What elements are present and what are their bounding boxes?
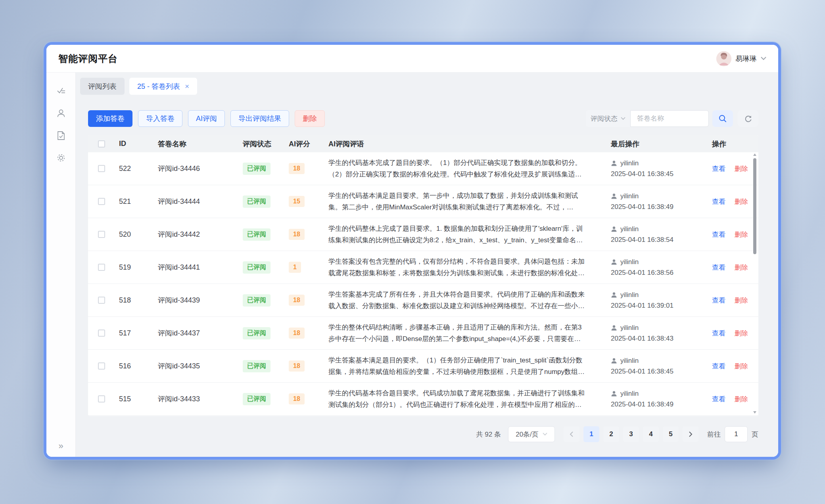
scroll-up-icon[interactable] (753, 153, 756, 156)
app-window: 智能评阅平台 易琳琳 (46, 45, 778, 457)
row-operator: yilinlin (620, 357, 639, 365)
view-link[interactable]: 查看 (712, 264, 725, 271)
score-badge: 18 (289, 328, 305, 339)
view-link[interactable]: 查看 (712, 330, 725, 337)
user-menu[interactable]: 易琳琳 (716, 51, 766, 66)
row-name: 评阅id-34437 (158, 328, 243, 338)
row-comment: 学生答案基本满足题目的要求。（1）任务部分正确使用了`train_test_sp… (328, 355, 587, 378)
col-header-score: AI评分 (289, 139, 328, 149)
score-badge: 18 (289, 229, 305, 240)
sidebar-item-papers-document-check-icon[interactable] (56, 130, 66, 141)
import-answer-button[interactable]: 导入答卷 (138, 110, 182, 127)
status-badge: 已评阅 (243, 393, 271, 405)
table-row: 515 评阅id-34433 已评阅 18 学生的代码基本符合题目要求。代码成功… (88, 383, 758, 416)
search-button[interactable] (712, 110, 733, 127)
refresh-button[interactable] (738, 110, 758, 127)
row-name: 评阅id-34441 (158, 263, 243, 272)
prev-page-button[interactable] (564, 426, 579, 442)
sidebar-item-settings-gear-icon[interactable] (56, 153, 66, 163)
page-size-select[interactable]: 20条/页 (508, 426, 555, 442)
view-link[interactable]: 查看 (712, 231, 725, 238)
page-button-2[interactable]: 2 (603, 426, 619, 442)
sidebar-item-review-checklist-icon[interactable] (56, 86, 66, 96)
ai-review-button[interactable]: AI评阅 (188, 110, 225, 127)
row-name: 评阅id-34444 (158, 197, 243, 206)
delete-link[interactable]: 删除 (735, 330, 748, 337)
row-id: 517 (119, 329, 158, 337)
delete-link[interactable]: 删除 (735, 165, 748, 172)
col-header-status: 评阅状态 (243, 139, 289, 149)
row-id: 515 (119, 395, 158, 403)
delete-link[interactable]: 删除 (735, 395, 748, 403)
status-badge: 已评阅 (243, 327, 271, 339)
avatar[interactable] (716, 51, 731, 66)
review-status-select[interactable]: 评阅状态 (586, 110, 630, 127)
scrollbar-thumb[interactable] (753, 158, 756, 254)
chevron-down-icon (621, 117, 625, 120)
view-link[interactable]: 查看 (712, 297, 725, 304)
status-badge: 已评阅 (243, 261, 271, 274)
answer-table: ID 答卷名称 评阅状态 AI评分 AI评阅评语 最后操作 操作 522 评阅i… (88, 135, 758, 416)
close-icon[interactable]: × (185, 82, 189, 90)
add-answer-button[interactable]: 添加答卷 (88, 110, 132, 127)
pagination: 共 92 条 20条/页 1 2 3 4 5 (476, 426, 758, 442)
tab-answer-list[interactable]: 25 - 答卷列表 × (129, 78, 197, 95)
sidebar-collapse-icon[interactable]: » (46, 441, 75, 451)
row-comment: 学生答案基本完成了所有任务，并且大体符合题目要求。代码使用了正确的库和函数来载入… (328, 289, 587, 312)
row-checkbox[interactable] (98, 330, 105, 337)
total-count: 共 92 条 (476, 430, 501, 439)
row-checkbox[interactable] (98, 231, 105, 238)
score-badge: 18 (289, 393, 305, 404)
user-name: 易琳琳 (735, 54, 757, 63)
score-badge: 18 (289, 295, 305, 306)
row-checkbox[interactable] (98, 165, 105, 172)
row-checkbox[interactable] (98, 395, 105, 402)
row-comment: 学生的整体代码结构清晰，步骤基本正确，并且适用了正确的库和方法。然而，在第3步中… (328, 322, 587, 345)
row-operator: yilinlin (620, 225, 639, 233)
goto-page-input[interactable] (725, 426, 748, 442)
row-operator: yilinlin (620, 324, 639, 332)
score-badge: 1 (289, 262, 301, 273)
page-button-4[interactable]: 4 (643, 426, 659, 442)
row-checkbox[interactable] (98, 264, 105, 271)
sidebar: » (46, 73, 76, 457)
view-link[interactable]: 查看 (712, 165, 725, 172)
delete-link[interactable]: 删除 (735, 231, 748, 238)
user-icon (611, 325, 617, 331)
page-button-1[interactable]: 1 (583, 426, 599, 442)
table-row: 520 评阅id-34442 已评阅 18 学生的代码整体上完成了题目要求。1.… (88, 218, 758, 251)
answer-name-search-input[interactable] (630, 110, 709, 127)
user-icon (611, 226, 617, 232)
export-results-button[interactable]: 导出评阅结果 (230, 110, 289, 127)
row-checkbox[interactable] (98, 362, 105, 370)
delete-button[interactable]: 删除 (295, 110, 325, 127)
view-link[interactable]: 查看 (712, 198, 725, 205)
scroll-down-icon[interactable] (753, 411, 756, 414)
goto-label: 前往 (707, 430, 721, 439)
table-row: 518 评阅id-34439 已评阅 18 学生答案基本完成了所有任务，并且大体… (88, 284, 758, 317)
row-time: 2025-04-01 16:38:49 (611, 203, 712, 211)
user-icon (611, 259, 617, 265)
table-row: 516 评阅id-34435 已评阅 18 学生答案基本满足题目的要求。（1）任… (88, 350, 758, 383)
col-header-name: 答卷名称 (158, 139, 243, 149)
row-checkbox[interactable] (98, 297, 105, 304)
view-link[interactable]: 查看 (712, 395, 725, 403)
delete-link[interactable]: 删除 (735, 362, 748, 370)
table-header-row: ID 答卷名称 评阅状态 AI评分 AI评阅评语 最后操作 操作 (88, 135, 758, 152)
row-name: 评阅id-34439 (158, 295, 243, 305)
select-all-checkbox[interactable] (98, 140, 105, 148)
row-checkbox[interactable] (98, 198, 105, 205)
table-scrollbar[interactable] (753, 153, 757, 414)
table-row: 522 评阅id-34446 已评阅 18 学生的代码基本完成了题目的要求。（1… (88, 152, 758, 185)
view-link[interactable]: 查看 (712, 362, 725, 370)
tab-review-list[interactable]: 评阅列表 (80, 78, 125, 95)
delete-link[interactable]: 删除 (735, 198, 748, 205)
delete-link[interactable]: 删除 (735, 297, 748, 304)
page-button-3[interactable]: 3 (623, 426, 639, 442)
page-button-5[interactable]: 5 (663, 426, 679, 442)
delete-link[interactable]: 删除 (735, 264, 748, 271)
sidebar-item-users-person-icon[interactable] (56, 108, 66, 119)
filter-group: 评阅状态 (586, 110, 758, 127)
next-page-button[interactable] (683, 426, 698, 442)
chevron-down-icon (761, 57, 766, 60)
